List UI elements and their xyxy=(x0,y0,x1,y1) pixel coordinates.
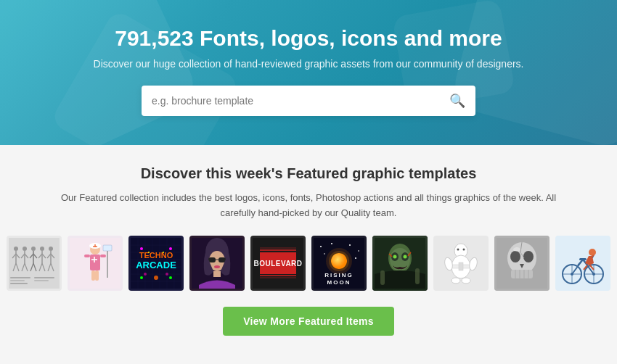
svg-rect-48 xyxy=(103,245,112,251)
svg-rect-32 xyxy=(10,280,25,281)
svg-rect-45 xyxy=(84,255,90,257)
svg-point-125 xyxy=(451,278,460,284)
svg-rect-78 xyxy=(208,257,216,262)
svg-point-1 xyxy=(14,247,18,251)
svg-point-119 xyxy=(463,248,465,250)
svg-rect-79 xyxy=(218,257,226,262)
svg-rect-115 xyxy=(415,268,420,284)
view-more-button[interactable]: View More Featured Items xyxy=(223,307,394,336)
svg-point-91 xyxy=(320,246,322,247)
svg-rect-34 xyxy=(34,277,54,278)
svg-point-7 xyxy=(23,247,27,251)
svg-point-70 xyxy=(148,252,150,253)
svg-point-69 xyxy=(169,276,172,279)
svg-rect-82 xyxy=(213,271,221,277)
svg-point-100 xyxy=(331,253,347,269)
featured-item-10[interactable] xyxy=(555,236,610,291)
svg-rect-46 xyxy=(100,255,106,257)
svg-text:ARCADE: ARCADE xyxy=(136,260,176,270)
svg-point-73 xyxy=(144,273,147,276)
hero-title: 791,523 Fonts, logos, icons and more xyxy=(15,26,602,51)
section-description: Our Featured collection includes the bes… xyxy=(54,191,563,221)
svg-point-130 xyxy=(523,251,534,262)
svg-rect-44 xyxy=(91,259,97,260)
svg-point-129 xyxy=(510,251,520,262)
svg-text:TECHNO: TECHNO xyxy=(139,251,173,260)
svg-point-136 xyxy=(513,247,520,252)
svg-point-126 xyxy=(462,278,470,284)
svg-rect-33 xyxy=(10,283,28,284)
featured-items-row: TECHNO ARCADE xyxy=(22,236,595,291)
svg-rect-50 xyxy=(95,270,99,281)
featured-item-7[interactable] xyxy=(372,236,428,291)
featured-item-3[interactable]: TECHNO ARCADE xyxy=(128,236,184,291)
search-input[interactable] xyxy=(152,95,449,107)
svg-text:RISING: RISING xyxy=(324,272,354,278)
svg-rect-114 xyxy=(380,270,385,285)
featured-item-9[interactable] xyxy=(494,236,549,291)
svg-point-118 xyxy=(457,248,459,250)
search-bar: 🔍 xyxy=(142,86,475,116)
section-title: Discover this week's Featured graphic te… xyxy=(22,165,595,182)
svg-point-95 xyxy=(324,253,325,255)
svg-point-110 xyxy=(393,255,397,258)
svg-point-93 xyxy=(349,244,351,246)
svg-point-71 xyxy=(163,252,164,253)
svg-rect-131 xyxy=(511,270,533,278)
svg-point-96 xyxy=(355,257,356,259)
svg-point-68 xyxy=(140,276,143,279)
svg-point-72 xyxy=(154,276,158,280)
svg-point-101 xyxy=(334,256,338,260)
svg-point-67 xyxy=(169,247,172,250)
search-icon[interactable]: 🔍 xyxy=(449,93,465,109)
svg-rect-122 xyxy=(459,262,463,270)
svg-point-155 xyxy=(589,249,596,256)
svg-rect-154 xyxy=(579,258,587,260)
featured-item-5[interactable]: BOULEVARD xyxy=(250,236,306,291)
svg-text:MOON: MOON xyxy=(327,279,351,286)
svg-point-19 xyxy=(40,247,44,251)
featured-item-4[interactable] xyxy=(189,236,245,291)
svg-rect-35 xyxy=(34,280,49,281)
hero-section: 791,523 Fonts, logos, icons and more Dis… xyxy=(0,0,617,145)
svg-rect-41 xyxy=(93,246,97,247)
hero-subtitle: Discover our huge collection of hand-rev… xyxy=(15,58,602,70)
svg-point-74 xyxy=(166,273,168,276)
svg-point-81 xyxy=(214,265,220,268)
featured-item-2[interactable] xyxy=(68,236,123,291)
svg-rect-49 xyxy=(91,270,95,281)
svg-point-102 xyxy=(341,261,343,263)
svg-rect-31 xyxy=(10,277,30,278)
svg-point-66 xyxy=(140,247,143,250)
featured-item-6[interactable]: RISING MOON xyxy=(311,236,367,291)
svg-point-94 xyxy=(358,250,359,252)
svg-point-111 xyxy=(404,255,407,258)
svg-point-92 xyxy=(331,243,332,244)
featured-section: Discover this week's Featured graphic te… xyxy=(0,145,617,353)
svg-point-13 xyxy=(31,247,36,251)
svg-point-25 xyxy=(49,247,53,251)
svg-text:BOULEVARD: BOULEVARD xyxy=(253,260,302,268)
featured-item-1[interactable] xyxy=(7,236,62,291)
featured-item-8[interactable] xyxy=(433,236,489,291)
